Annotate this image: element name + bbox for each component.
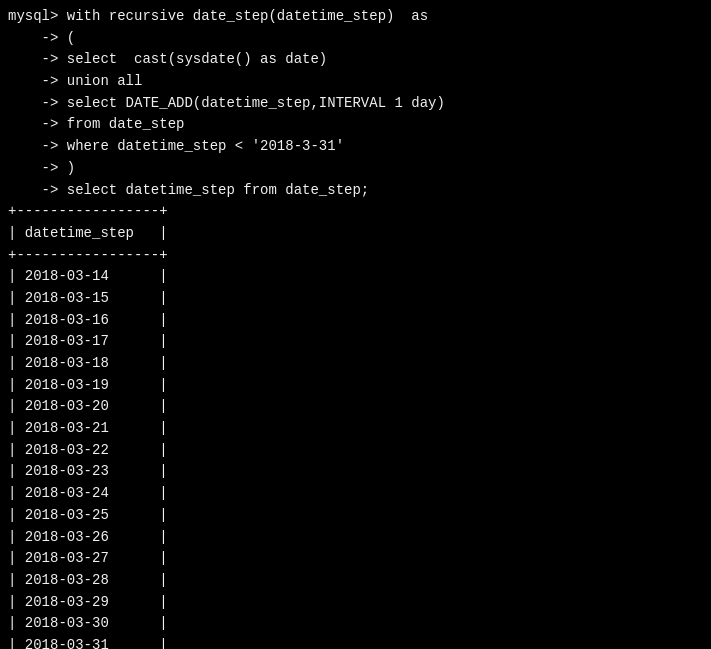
- terminal-line-line5: -> select DATE_ADD(datetime_step,INTERVA…: [8, 93, 703, 115]
- terminal-line-row14: | 2018-03-27 |: [8, 548, 703, 570]
- terminal-line-row5: | 2018-03-18 |: [8, 353, 703, 375]
- terminal-line-row15: | 2018-03-28 |: [8, 570, 703, 592]
- terminal-line-row13: | 2018-03-26 |: [8, 527, 703, 549]
- terminal-window: mysql> with recursive date_step(datetime…: [0, 0, 711, 649]
- terminal-line-row1: | 2018-03-14 |: [8, 266, 703, 288]
- terminal-line-row7: | 2018-03-20 |: [8, 396, 703, 418]
- terminal-line-row10: | 2018-03-23 |: [8, 461, 703, 483]
- terminal-line-line1: mysql> with recursive date_step(datetime…: [8, 6, 703, 28]
- terminal-line-line8: -> ): [8, 158, 703, 180]
- terminal-line-row17: | 2018-03-30 |: [8, 613, 703, 635]
- terminal-line-row4: | 2018-03-17 |: [8, 331, 703, 353]
- terminal-line-line6: -> from date_step: [8, 114, 703, 136]
- terminal-line-line4: -> union all: [8, 71, 703, 93]
- terminal-line-line3: -> select cast(sysdate() as date): [8, 49, 703, 71]
- terminal-line-row18: | 2018-03-31 |: [8, 635, 703, 649]
- terminal-line-div1: +-----------------+: [8, 201, 703, 223]
- terminal-line-header: | datetime_step |: [8, 223, 703, 245]
- terminal-line-div2: +-----------------+: [8, 245, 703, 267]
- terminal-line-row16: | 2018-03-29 |: [8, 592, 703, 614]
- terminal-line-row9: | 2018-03-22 |: [8, 440, 703, 462]
- terminal-line-row12: | 2018-03-25 |: [8, 505, 703, 527]
- terminal-line-row2: | 2018-03-15 |: [8, 288, 703, 310]
- terminal-line-line2: -> (: [8, 28, 703, 50]
- terminal-line-row11: | 2018-03-24 |: [8, 483, 703, 505]
- terminal-line-line9: -> select datetime_step from date_step;: [8, 180, 703, 202]
- terminal-line-row6: | 2018-03-19 |: [8, 375, 703, 397]
- terminal-line-line7: -> where datetime_step < '2018-3-31': [8, 136, 703, 158]
- terminal-line-row3: | 2018-03-16 |: [8, 310, 703, 332]
- terminal-line-row8: | 2018-03-21 |: [8, 418, 703, 440]
